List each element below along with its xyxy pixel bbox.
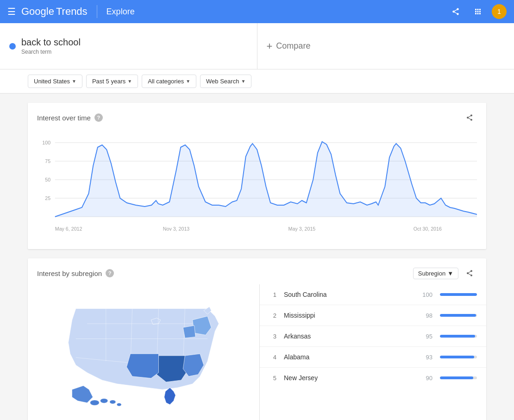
rank-num-2: 2 (269, 312, 276, 319)
svg-point-22 (110, 400, 116, 404)
rank-bar-container-4 (440, 356, 477, 358)
rank-bar-container-2 (440, 314, 477, 317)
chart-container: 100 75 50 25 May 6, 2012 Nov 3, 2013 May… (28, 129, 486, 249)
ranking-row-3: 3 Arkansas 95 (260, 326, 486, 347)
rank-score-4: 93 (419, 354, 433, 361)
rank-name-4: Alabama (284, 353, 411, 361)
us-map-svg (46, 294, 241, 414)
svg-text:Nov 3, 2013: Nov 3, 2013 (163, 226, 189, 232)
subregion-content: 1 South Carolina 100 2 Mississippi 98 (28, 284, 486, 420)
svg-text:May 6, 2012: May 6, 2012 (55, 226, 82, 232)
rank-bar-container-1 (440, 293, 477, 296)
rank-bar-container-3 (440, 335, 477, 338)
interest-over-time-header: Interest over time ? (28, 103, 486, 129)
header-divider (97, 5, 97, 18)
subregion-dropdown[interactable]: Subregion ▼ (413, 268, 458, 279)
user-avatar[interactable]: 1 (492, 4, 507, 19)
logo: Google Trends (21, 6, 88, 18)
svg-point-23 (117, 403, 121, 406)
svg-text:25: 25 (45, 195, 50, 201)
time-filter[interactable]: Past 5 years ▼ (86, 75, 138, 88)
main-content: Interest over time ? 100 (0, 94, 514, 420)
rank-num-4: 4 (269, 354, 276, 361)
apps-icon[interactable] (470, 3, 486, 20)
compare-plus-icon: + (267, 40, 273, 52)
rank-name-2: Mississippi (284, 312, 411, 319)
rank-num-3: 3 (269, 333, 276, 340)
ranking-row-2: 2 Mississippi 98 (260, 305, 486, 326)
categories-filter-arrow: ▼ (186, 79, 190, 84)
ranking-row-5: 5 New Jersey 90 (260, 368, 486, 388)
interest-by-subregion-header: Interest by subregion ? Subregion ▼ (28, 258, 486, 284)
rank-score-2: 98 (419, 312, 433, 319)
interest-over-time-title: Interest over time (37, 114, 91, 122)
svg-text:Oct 30, 2016: Oct 30, 2016 (414, 226, 442, 232)
rank-name-5: New Jersey (284, 374, 411, 382)
rank-name-1: South Carolina (284, 291, 411, 298)
search-term-info: back to school Search term (21, 37, 81, 55)
svg-point-20 (90, 400, 100, 405)
search-term-box[interactable]: back to school Search term (0, 23, 257, 69)
rank-num-5: 5 (269, 375, 276, 382)
interest-by-subregion-card: Interest by subregion ? Subregion ▼ (28, 258, 486, 420)
search-term-text: back to school (21, 37, 81, 48)
logo-trends: Trends (56, 6, 88, 18)
svg-text:May 3, 2015: May 3, 2015 (288, 226, 316, 232)
share-header-icon[interactable] (447, 3, 464, 20)
search-type-filter[interactable]: Web Search ▼ (200, 75, 251, 88)
region-filter-label: United States (34, 78, 70, 85)
subregion-share-icon[interactable] (462, 266, 477, 281)
compare-box[interactable]: + Compare (257, 23, 514, 69)
interest-over-time-card: Interest over time ? 100 (28, 103, 486, 249)
time-filter-arrow: ▼ (127, 79, 132, 84)
chart-svg-wrapper: 100 75 50 25 May 6, 2012 Nov 3, 2013 May… (37, 133, 477, 240)
filter-bar: United States ▼ Past 5 years ▼ All categ… (0, 69, 514, 94)
subregion-dropdown-arrow: ▼ (447, 270, 453, 277)
categories-filter-label: All categories (148, 78, 184, 85)
rankings-area: 1 South Carolina 100 2 Mississippi 98 (259, 284, 486, 420)
interest-over-time-help[interactable]: ? (94, 113, 103, 122)
ranking-row-1: 1 South Carolina 100 (260, 284, 486, 305)
search-term-dot (9, 43, 16, 50)
us-map-area (28, 284, 259, 420)
explore-label: Explore (107, 7, 135, 17)
rank-bar-1 (440, 293, 477, 296)
svg-text:50: 50 (45, 177, 50, 182)
svg-point-21 (100, 399, 108, 403)
interest-by-subregion-title: Interest by subregion (37, 270, 102, 277)
region-filter[interactable]: United States ▼ (28, 75, 82, 88)
rank-bar-4 (440, 356, 474, 358)
rank-num-1: 1 (269, 291, 276, 298)
rank-score-3: 95 (419, 333, 433, 340)
search-term-label: Search term (21, 49, 81, 55)
rank-score-1: 100 (419, 291, 433, 298)
rank-bar-5 (440, 376, 473, 379)
search-type-filter-arrow: ▼ (241, 79, 245, 84)
ranking-row-4: 4 Alabama 93 (260, 347, 486, 368)
subregion-dropdown-label: Subregion (418, 270, 445, 277)
app-header: ☰ Google Trends Explore 1 (0, 0, 514, 23)
rank-bar-container-5 (440, 376, 477, 379)
interest-over-time-share-icon[interactable] (462, 110, 477, 125)
rank-name-3: Arkansas (284, 332, 411, 340)
svg-text:100: 100 (42, 140, 50, 145)
hamburger-icon[interactable]: ☰ (7, 6, 16, 17)
interest-by-subregion-help[interactable]: ? (106, 269, 114, 277)
rank-bar-3 (440, 335, 475, 338)
region-filter-arrow: ▼ (72, 79, 76, 84)
time-filter-label: Past 5 years (92, 78, 125, 85)
subregion-controls: Subregion ▼ (413, 266, 477, 281)
logo-google: Google (21, 6, 54, 18)
categories-filter[interactable]: All categories ▼ (142, 75, 196, 88)
compare-label: Compare (276, 41, 310, 51)
search-type-filter-label: Web Search (206, 78, 239, 85)
svg-text:75: 75 (45, 158, 50, 164)
interest-chart-svg: 100 75 50 25 May 6, 2012 Nov 3, 2013 May… (37, 133, 477, 240)
rank-bar-2 (440, 314, 476, 317)
search-area: back to school Search term + Compare (0, 23, 514, 69)
rank-score-5: 90 (419, 375, 433, 382)
